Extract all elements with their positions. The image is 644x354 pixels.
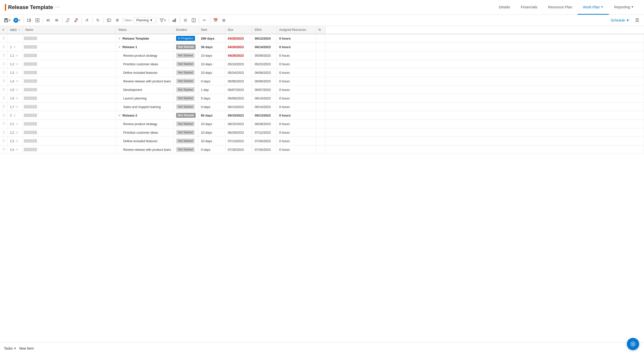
table-row[interactable]: ⠿2.1 ≡Review product strategyNot Started… — [0, 120, 644, 128]
tasks-btn[interactable]: Tasks ▼ — [4, 347, 16, 350]
redo-btn[interactable]: ↻ — [94, 16, 102, 24]
scissors-btn[interactable]: ✂ — [201, 16, 209, 24]
cell-name[interactable]: ∨Release Template — [116, 34, 174, 43]
cell-name[interactable]: Sales and Support training — [116, 103, 174, 111]
row-expand-icon[interactable]: ∨ — [118, 45, 120, 49]
view-select[interactable]: Planning ▼ — [134, 17, 155, 23]
link-btn[interactable] — [64, 16, 72, 24]
add-child-btn[interactable] — [25, 16, 33, 24]
cell-status[interactable]: Not Started — [174, 94, 198, 103]
row-menu-icon[interactable]: ≡ — [16, 53, 18, 57]
cell-status[interactable]: Not Started — [174, 145, 198, 154]
table-row[interactable]: ⠿1.3 ≡Define included featuresNot Starte… — [0, 68, 644, 77]
col-wbs[interactable]: WBS ↑ — [8, 26, 23, 34]
cell-status[interactable]: In Progress — [174, 34, 198, 43]
drag-handle[interactable]: ⠿ — [2, 53, 5, 57]
cell-status[interactable]: Not Started — [174, 77, 198, 86]
row-expand-icon[interactable]: ∨ — [118, 37, 120, 40]
list-view-btn[interactable] — [182, 16, 189, 24]
drag-handle[interactable]: ⠿ — [2, 105, 5, 109]
new-item-btn[interactable]: New Item — [19, 347, 34, 350]
compress-btn[interactable] — [105, 16, 113, 24]
hamburger-btn[interactable]: ☰ — [633, 16, 641, 24]
fab-btn[interactable] — [627, 338, 639, 350]
row-menu-icon[interactable]: ≡ — [16, 79, 18, 83]
cell-status[interactable]: Not Started — [174, 120, 198, 128]
cell-status[interactable]: Not Started — [174, 43, 198, 51]
add-btn[interactable]: + ▼ — [12, 16, 22, 24]
calendar-btn[interactable]: 📅 — [212, 16, 220, 24]
cell-name[interactable]: Define included features — [116, 137, 174, 145]
cell-name[interactable]: Define included features — [116, 68, 174, 77]
table-row[interactable]: ⠿2 ≡∨Release 2Not Started65 days06/15/20… — [0, 111, 644, 120]
row-menu-icon[interactable]: ≡ — [14, 113, 16, 117]
row-menu-icon[interactable]: ≡ — [16, 122, 18, 126]
bar-chart-btn[interactable] — [170, 16, 178, 24]
drag-handle[interactable]: ⠿ — [2, 96, 5, 100]
table-row[interactable]: ⠿∨Release TemplateIn Progress296 days04/… — [0, 34, 644, 43]
row-menu-icon[interactable]: ≡ — [16, 148, 18, 152]
cell-name[interactable]: Review release with product team — [116, 145, 174, 154]
drag-handle[interactable]: ⠿ — [2, 113, 5, 117]
row-expand-icon[interactable]: ∨ — [118, 114, 120, 117]
cell-name[interactable]: Review product strategy — [116, 51, 174, 60]
cell-name[interactable]: ∨Release 2 — [116, 111, 174, 120]
drag-handle[interactable]: ⠿ — [2, 79, 5, 83]
row-menu-icon[interactable]: ≡ — [14, 45, 16, 49]
table-row[interactable]: ⠿2.3 ≡Define included featuresNot Starte… — [0, 137, 644, 145]
indent-decrease-btn[interactable] — [44, 16, 52, 24]
tab-financials[interactable]: Financials — [515, 0, 543, 15]
cell-name[interactable]: ∨Release 1 — [116, 43, 174, 51]
drag-handle[interactable]: ⠿ — [2, 122, 5, 126]
cell-status[interactable]: Not Started — [174, 137, 198, 145]
tab-work-plan[interactable]: Work Plan ▼ — [578, 0, 609, 15]
cell-status[interactable]: Not Started — [174, 60, 198, 68]
schedule-btn[interactable]: Schedule ▼ — [608, 17, 632, 23]
columns-btn[interactable] — [190, 16, 198, 24]
row-menu-icon[interactable]: ≡ — [16, 139, 18, 143]
tab-details[interactable]: Details — [493, 0, 515, 15]
table-row[interactable]: ⠿1.1 ≡Review product strategyNot Started… — [0, 51, 644, 60]
cell-status[interactable]: Not Started — [174, 111, 198, 120]
undo-btn[interactable]: ↺ — [83, 16, 91, 24]
cell-name[interactable]: Prioritize customer ideas — [116, 128, 174, 137]
indent-increase-btn[interactable] — [53, 16, 61, 24]
table-row[interactable]: ⠿1 ≡∨Release 1Not Started36 days04/26/20… — [0, 43, 644, 51]
row-menu-icon[interactable]: ≡ — [16, 131, 18, 134]
table-row[interactable]: ⠿1.7 ≡Sales and Support trainingNot Star… — [0, 103, 644, 111]
row-menu-icon[interactable]: ≡ — [16, 62, 18, 66]
table-row[interactable]: ⠿1.6 ≡Launch planningNot Started5 days06… — [0, 94, 644, 103]
table-row[interactable]: ⠿1.5 ≡DevelopmentNot Started1 day06/07/2… — [0, 86, 644, 94]
cell-name[interactable]: Launch planning — [116, 94, 174, 103]
drag-handle[interactable]: ⠿ — [2, 139, 5, 143]
table-row[interactable]: ⠿1.4 ≡Review release with product teamNo… — [0, 77, 644, 86]
drag-handle[interactable]: ⠿ — [2, 45, 5, 49]
cell-status[interactable]: Not Started — [174, 86, 198, 94]
drag-handle[interactable]: ⠿ — [2, 71, 5, 74]
expand-btn[interactable] — [34, 16, 41, 24]
cell-status[interactable]: Not Started — [174, 128, 198, 137]
drag-handle[interactable]: ⠿ — [2, 131, 5, 134]
row-menu-icon[interactable]: ≡ — [16, 96, 18, 100]
cell-name[interactable]: Review product strategy — [116, 120, 174, 128]
cell-name[interactable]: Prioritize customer ideas — [116, 60, 174, 68]
settings-btn[interactable]: ⚙ — [114, 16, 121, 24]
table-row[interactable]: ⠿2.2 ≡Prioritize customer ideasNot Start… — [0, 128, 644, 137]
table-row[interactable]: ⠿1.2 ≡Prioritize customer ideasNot Start… — [0, 60, 644, 68]
tab-resource-plan[interactable]: Resource Plan — [543, 0, 578, 15]
cell-status[interactable]: Not Started — [174, 68, 198, 77]
save-btn[interactable]: ▼ — [3, 16, 12, 24]
cell-status[interactable]: Not Started — [174, 51, 198, 60]
filter-btn[interactable]: ▼ — [159, 16, 167, 24]
drag-handle[interactable]: ⠿ — [2, 148, 5, 152]
cell-name[interactable]: Review release with product team — [116, 77, 174, 86]
tab-reporting[interactable]: Reporting ▼ — [609, 0, 639, 15]
table-row[interactable]: ⠿2.4 ≡Review release with product teamNo… — [0, 145, 644, 154]
cell-status[interactable]: Not Started — [174, 103, 198, 111]
row-menu-icon[interactable]: ≡ — [16, 71, 18, 74]
row-menu-icon[interactable]: ≡ — [16, 105, 18, 109]
drag-handle[interactable]: ⠿ — [2, 36, 5, 40]
drag-handle[interactable]: ⠿ — [2, 62, 5, 66]
cell-name[interactable]: Development — [116, 86, 174, 94]
grid-btn[interactable]: ⊞ — [220, 16, 228, 24]
